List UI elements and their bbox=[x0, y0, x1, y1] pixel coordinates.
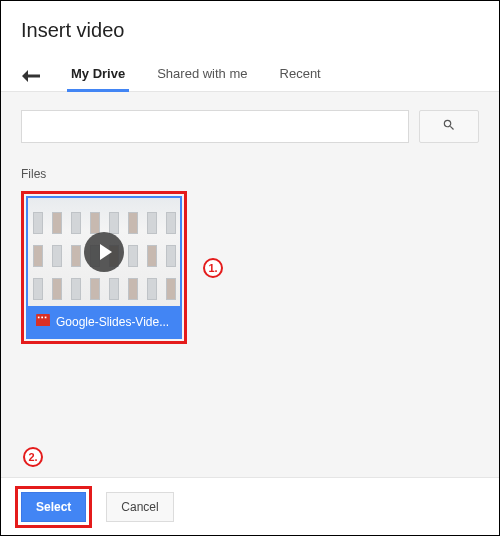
callout-2: 2. bbox=[23, 447, 43, 467]
play-icon bbox=[84, 232, 124, 272]
dialog-header: Insert video bbox=[1, 1, 499, 50]
file-row: Google-Slides-Vide... 1. bbox=[21, 191, 479, 344]
tab-my-drive[interactable]: My Drive bbox=[69, 60, 127, 91]
dialog-footer: Select Cancel bbox=[1, 477, 499, 535]
back-icon[interactable] bbox=[21, 66, 41, 86]
select-button[interactable]: Select bbox=[21, 492, 86, 522]
callout-1: 1. bbox=[203, 258, 223, 278]
insert-video-dialog: Insert video My Drive Shared with me Rec… bbox=[0, 0, 500, 536]
file-tile[interactable]: Google-Slides-Vide... bbox=[26, 196, 182, 339]
search-button[interactable] bbox=[419, 110, 479, 143]
video-file-icon bbox=[36, 314, 50, 329]
cancel-button[interactable]: Cancel bbox=[106, 492, 173, 522]
search-input[interactable] bbox=[21, 110, 409, 143]
search-icon bbox=[442, 118, 456, 135]
file-caption: Google-Slides-Vide... bbox=[28, 306, 180, 337]
tab-shared-with-me[interactable]: Shared with me bbox=[155, 60, 249, 91]
video-thumbnail bbox=[28, 198, 180, 306]
svg-rect-4 bbox=[36, 320, 50, 326]
dialog-title: Insert video bbox=[21, 19, 479, 42]
tab-recent[interactable]: Recent bbox=[278, 60, 323, 91]
search-row bbox=[21, 110, 479, 143]
file-name: Google-Slides-Vide... bbox=[56, 315, 169, 329]
svg-rect-1 bbox=[38, 317, 40, 319]
svg-rect-3 bbox=[45, 317, 47, 319]
callout-2-wrap: 2. bbox=[23, 447, 43, 467]
tabs-row: My Drive Shared with me Recent bbox=[1, 50, 499, 91]
annotation-frame-1: Google-Slides-Vide... bbox=[21, 191, 187, 344]
annotation-frame-2: Select bbox=[15, 486, 92, 528]
svg-rect-2 bbox=[41, 317, 43, 319]
files-section-label: Files bbox=[21, 167, 479, 181]
content-area: Files Go bbox=[1, 92, 499, 490]
